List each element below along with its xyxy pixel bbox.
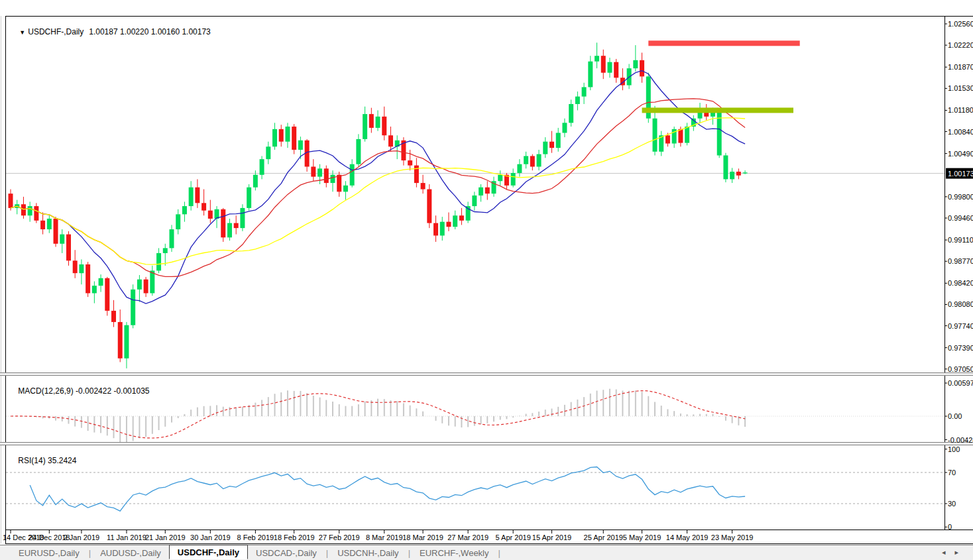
chart-canvas[interactable]: 1.025601.022201.018701.015301.011801.008… [0, 0, 973, 545]
svg-text:15 Apr 2019: 15 Apr 2019 [532, 533, 571, 541]
resistance-level[interactable] [648, 40, 799, 46]
svg-text:18 Mar 2019: 18 Mar 2019 [402, 533, 443, 541]
chart-tabbar: EURUSD-,Daily|AUDUSD-,DailyUSDCHF-,Daily… [0, 545, 973, 560]
svg-text:27 Feb 2019: 27 Feb 2019 [319, 533, 360, 541]
tab-usdchf-daily[interactable]: USDCHF-,Daily [169, 545, 248, 559]
chart-objects-dropdown-icon[interactable]: ▼ [19, 29, 25, 36]
svg-text:18 Feb 2019: 18 Feb 2019 [274, 533, 315, 541]
tab-separator: | [87, 548, 92, 558]
svg-text:0.99460: 0.99460 [948, 214, 973, 222]
svg-text:1.00173: 1.00173 [948, 170, 973, 178]
svg-text:23 May 2019: 23 May 2019 [711, 533, 754, 541]
tab-separator: | [407, 548, 412, 558]
svg-text:0.97390: 0.97390 [948, 344, 973, 352]
svg-text:25 Apr 2019: 25 Apr 2019 [584, 533, 623, 541]
svg-text:0.98080: 0.98080 [948, 300, 973, 308]
tab-usdcad-daily[interactable]: USDCAD-,Daily [248, 547, 325, 559]
tab-scroll-left-icon[interactable]: ◂ [942, 548, 955, 556]
svg-text:27 Mar 2019: 27 Mar 2019 [447, 533, 488, 541]
tab-audusd-daily[interactable]: AUDUSD-,Daily [92, 547, 169, 559]
chart-ohlc-values: 1.00187 1.00220 1.00160 1.00173 [89, 27, 211, 36]
svg-text:1.01870: 1.01870 [948, 63, 973, 71]
svg-text:1.02560: 1.02560 [948, 20, 973, 28]
svg-text:100: 100 [948, 445, 960, 453]
tab-eurusd-daily[interactable]: EURUSD-,Daily [11, 547, 87, 559]
svg-text:70: 70 [948, 469, 956, 476]
svg-text:0.99110: 0.99110 [948, 236, 973, 244]
rsi-current-value: 35.2424 [48, 456, 76, 465]
macd-indicator-label: MACD(12,26,9) -0.002422 -0.001035 [9, 377, 150, 405]
svg-text:0.00597: 0.00597 [948, 379, 973, 387]
svg-text:1.00840: 1.00840 [948, 128, 973, 136]
svg-text:-0.004243: -0.004243 [948, 436, 973, 444]
tab-eurchf-weekly[interactable]: EURCHF-,Weekly [412, 547, 497, 559]
svg-text:5 May 2019: 5 May 2019 [623, 533, 661, 541]
macd-current-values: -0.002422 -0.001035 [76, 386, 149, 396]
svg-text:0: 0 [948, 523, 952, 531]
macd-name: MACD(12,26,9) [18, 386, 73, 396]
terminal-window: H4D1W1MN 1.025601.022201.018701.015301.0… [0, 0, 973, 560]
tab-scroll-arrows[interactable]: ◂▸ [942, 548, 968, 557]
svg-text:0.98770: 0.98770 [948, 257, 973, 265]
svg-text:14 May 2019: 14 May 2019 [666, 533, 709, 541]
svg-text:1.01180: 1.01180 [948, 106, 973, 114]
svg-text:0.97740: 0.97740 [948, 322, 973, 330]
tab-usdcnh-daily[interactable]: USDCNH-,Daily [329, 547, 406, 559]
svg-text:0.00: 0.00 [948, 412, 962, 420]
svg-text:1.00490: 1.00490 [948, 150, 973, 158]
svg-text:0.97050: 0.97050 [948, 365, 973, 373]
rsi-name: RSI(14) [18, 456, 45, 465]
tab-scroll-right-icon[interactable]: ▸ [954, 548, 968, 556]
svg-text:1.02220: 1.02220 [948, 41, 973, 49]
tab-separator: | [325, 548, 329, 558]
support-level[interactable] [642, 107, 793, 113]
svg-text:5 Apr 2019: 5 Apr 2019 [496, 533, 531, 541]
svg-text:8 Feb 2019: 8 Feb 2019 [237, 533, 274, 541]
svg-text:30: 30 [948, 500, 956, 508]
svg-text:8 Mar 2019: 8 Mar 2019 [366, 533, 403, 541]
current-price-marker: 1.00173 [946, 168, 973, 179]
svg-text:30 Jan 2019: 30 Jan 2019 [190, 533, 231, 541]
chart-symbol-period: USDCHF-,Daily [28, 27, 84, 36]
svg-text:0.98420: 0.98420 [948, 279, 973, 287]
tab-separator: | [497, 548, 502, 558]
rsi-indicator-label: RSI(14) 35.2424 [9, 447, 76, 475]
svg-text:21 Jan 2019: 21 Jan 2019 [145, 533, 186, 541]
svg-text:0.99800: 0.99800 [948, 193, 973, 201]
chart-title[interactable]: ▼USDCHF-,Daily1.00187 1.00220 1.00160 1.… [11, 18, 211, 46]
svg-text:1.01530: 1.01530 [948, 84, 973, 92]
svg-text:11 Jan 2019: 11 Jan 2019 [107, 533, 146, 541]
svg-text:2 Jan 2019: 2 Jan 2019 [64, 533, 99, 541]
